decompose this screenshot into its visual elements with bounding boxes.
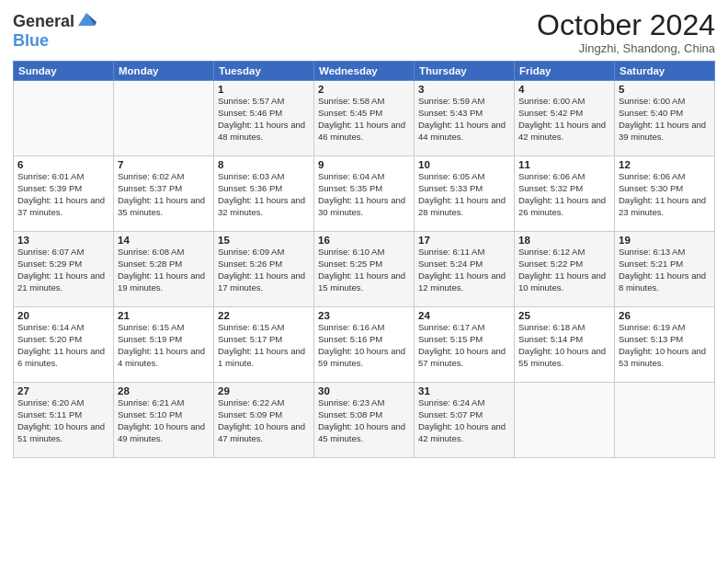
day-info: Sunrise: 6:02 AM Sunset: 5:37 PM Dayligh…	[118, 171, 210, 218]
calendar-cell: 11Sunrise: 6:06 AM Sunset: 5:32 PM Dayli…	[515, 156, 615, 232]
calendar-cell: 17Sunrise: 6:11 AM Sunset: 5:24 PM Dayli…	[415, 232, 515, 307]
calendar-cell: 2Sunrise: 5:58 AM Sunset: 5:45 PM Daylig…	[314, 81, 415, 156]
weekday-header-monday: Monday	[114, 62, 214, 81]
day-info: Sunrise: 6:16 AM Sunset: 5:16 PM Dayligh…	[318, 322, 410, 369]
calendar-cell: 5Sunrise: 6:00 AM Sunset: 5:40 PM Daylig…	[615, 81, 715, 156]
calendar-cell: 4Sunrise: 6:00 AM Sunset: 5:42 PM Daylig…	[515, 81, 615, 156]
day-number: 20	[17, 310, 109, 321]
day-number: 22	[218, 310, 310, 321]
calendar-table: SundayMondayTuesdayWednesdayThursdayFrid…	[13, 61, 715, 458]
calendar-cell: 31Sunrise: 6:24 AM Sunset: 5:07 PM Dayli…	[415, 383, 515, 458]
day-info: Sunrise: 5:59 AM Sunset: 5:43 PM Dayligh…	[418, 96, 510, 143]
day-number: 14	[118, 235, 210, 246]
calendar-cell: 7Sunrise: 6:02 AM Sunset: 5:37 PM Daylig…	[114, 156, 214, 232]
day-number: 26	[619, 310, 711, 321]
day-number: 24	[418, 310, 510, 321]
weekday-header-row: SundayMondayTuesdayWednesdayThursdayFrid…	[14, 62, 715, 81]
calendar-cell: 24Sunrise: 6:17 AM Sunset: 5:15 PM Dayli…	[415, 307, 515, 383]
day-info: Sunrise: 6:24 AM Sunset: 5:07 PM Dayligh…	[418, 397, 510, 444]
day-number: 10	[418, 159, 510, 170]
calendar-cell: 30Sunrise: 6:23 AM Sunset: 5:08 PM Dayli…	[314, 383, 415, 458]
day-number: 6	[17, 159, 109, 170]
day-info: Sunrise: 6:15 AM Sunset: 5:17 PM Dayligh…	[218, 322, 310, 369]
day-info: Sunrise: 6:23 AM Sunset: 5:08 PM Dayligh…	[318, 397, 410, 444]
day-number: 27	[17, 385, 109, 396]
day-number: 11	[518, 159, 610, 170]
day-number: 28	[118, 385, 210, 396]
day-info: Sunrise: 5:57 AM Sunset: 5:46 PM Dayligh…	[218, 96, 310, 143]
calendar-cell: 13Sunrise: 6:07 AM Sunset: 5:29 PM Dayli…	[14, 232, 114, 307]
day-number: 13	[17, 235, 109, 246]
weekday-header-friday: Friday	[515, 62, 615, 81]
title-block: October 2024 Jingzhi, Shandong, China	[537, 9, 715, 55]
calendar-week-row: 20Sunrise: 6:14 AM Sunset: 5:20 PM Dayli…	[14, 307, 715, 383]
calendar-cell: 29Sunrise: 6:22 AM Sunset: 5:09 PM Dayli…	[214, 383, 314, 458]
calendar-cell: 21Sunrise: 6:15 AM Sunset: 5:19 PM Dayli…	[114, 307, 214, 383]
day-number: 1	[218, 84, 310, 95]
day-info: Sunrise: 6:20 AM Sunset: 5:11 PM Dayligh…	[17, 397, 109, 444]
day-info: Sunrise: 6:22 AM Sunset: 5:09 PM Dayligh…	[218, 397, 310, 444]
calendar-cell: 6Sunrise: 6:01 AM Sunset: 5:39 PM Daylig…	[14, 156, 114, 232]
day-number: 15	[218, 235, 310, 246]
calendar-week-row: 13Sunrise: 6:07 AM Sunset: 5:29 PM Dayli…	[14, 232, 715, 307]
day-info: Sunrise: 6:13 AM Sunset: 5:21 PM Dayligh…	[619, 247, 711, 293]
day-number: 7	[118, 159, 210, 170]
day-number: 30	[318, 385, 410, 396]
calendar-cell: 26Sunrise: 6:19 AM Sunset: 5:13 PM Dayli…	[615, 307, 715, 383]
day-info: Sunrise: 6:15 AM Sunset: 5:19 PM Dayligh…	[118, 322, 210, 369]
calendar-cell: 28Sunrise: 6:21 AM Sunset: 5:10 PM Dayli…	[114, 383, 214, 458]
day-info: Sunrise: 6:07 AM Sunset: 5:29 PM Dayligh…	[17, 247, 109, 293]
day-number: 3	[418, 84, 510, 95]
logo-blue-text: Blue	[13, 31, 49, 51]
day-number: 8	[218, 159, 310, 170]
calendar-cell	[14, 81, 114, 156]
calendar-week-row: 27Sunrise: 6:20 AM Sunset: 5:11 PM Dayli…	[14, 383, 715, 458]
calendar-cell: 12Sunrise: 6:06 AM Sunset: 5:30 PM Dayli…	[615, 156, 715, 232]
day-number: 29	[218, 385, 310, 396]
weekday-header-wednesday: Wednesday	[314, 62, 415, 81]
day-info: Sunrise: 6:18 AM Sunset: 5:14 PM Dayligh…	[518, 322, 610, 369]
calendar-cell	[114, 81, 214, 156]
day-number: 2	[318, 84, 410, 95]
weekday-header-saturday: Saturday	[615, 62, 715, 81]
calendar-cell: 10Sunrise: 6:05 AM Sunset: 5:33 PM Dayli…	[415, 156, 515, 232]
day-info: Sunrise: 6:09 AM Sunset: 5:26 PM Dayligh…	[218, 247, 310, 293]
calendar-cell: 23Sunrise: 6:16 AM Sunset: 5:16 PM Dayli…	[314, 307, 415, 383]
day-number: 9	[318, 159, 410, 170]
calendar-cell	[615, 383, 715, 458]
weekday-header-tuesday: Tuesday	[214, 62, 314, 81]
calendar-cell: 15Sunrise: 6:09 AM Sunset: 5:26 PM Dayli…	[214, 232, 314, 307]
calendar-cell: 8Sunrise: 6:03 AM Sunset: 5:36 PM Daylig…	[214, 156, 314, 232]
day-info: Sunrise: 6:00 AM Sunset: 5:42 PM Dayligh…	[518, 96, 610, 143]
day-number: 5	[619, 84, 711, 95]
day-number: 18	[518, 235, 610, 246]
day-number: 16	[318, 235, 410, 246]
calendar-cell: 18Sunrise: 6:12 AM Sunset: 5:22 PM Dayli…	[515, 232, 615, 307]
page-header: General Blue October 2024 Jingzhi, Shand…	[13, 9, 715, 55]
day-number: 4	[518, 84, 610, 95]
calendar-cell: 19Sunrise: 6:13 AM Sunset: 5:21 PM Dayli…	[615, 232, 715, 307]
logo: General Blue	[13, 9, 97, 51]
calendar-cell: 16Sunrise: 6:10 AM Sunset: 5:25 PM Dayli…	[314, 232, 415, 307]
day-number: 17	[418, 235, 510, 246]
calendar-cell: 20Sunrise: 6:14 AM Sunset: 5:20 PM Dayli…	[14, 307, 114, 383]
calendar-cell	[515, 383, 615, 458]
logo-icon	[76, 9, 97, 29]
day-number: 25	[518, 310, 610, 321]
calendar-cell: 22Sunrise: 6:15 AM Sunset: 5:17 PM Dayli…	[214, 307, 314, 383]
day-info: Sunrise: 6:08 AM Sunset: 5:28 PM Dayligh…	[118, 247, 210, 293]
day-info: Sunrise: 6:14 AM Sunset: 5:20 PM Dayligh…	[17, 322, 109, 369]
day-info: Sunrise: 6:12 AM Sunset: 5:22 PM Dayligh…	[518, 247, 610, 293]
logo-general-text: General	[13, 12, 74, 31]
calendar-week-row: 1Sunrise: 5:57 AM Sunset: 5:46 PM Daylig…	[14, 81, 715, 156]
day-info: Sunrise: 6:00 AM Sunset: 5:40 PM Dayligh…	[619, 96, 711, 143]
day-info: Sunrise: 6:19 AM Sunset: 5:13 PM Dayligh…	[619, 322, 711, 369]
location-subtitle: Jingzhi, Shandong, China	[537, 41, 715, 55]
weekday-header-thursday: Thursday	[415, 62, 515, 81]
day-info: Sunrise: 6:01 AM Sunset: 5:39 PM Dayligh…	[17, 171, 109, 218]
calendar-cell: 27Sunrise: 6:20 AM Sunset: 5:11 PM Dayli…	[14, 383, 114, 458]
calendar-cell: 1Sunrise: 5:57 AM Sunset: 5:46 PM Daylig…	[214, 81, 314, 156]
day-info: Sunrise: 6:06 AM Sunset: 5:30 PM Dayligh…	[619, 171, 711, 218]
day-number: 12	[619, 159, 711, 170]
month-title: October 2024	[537, 9, 715, 41]
